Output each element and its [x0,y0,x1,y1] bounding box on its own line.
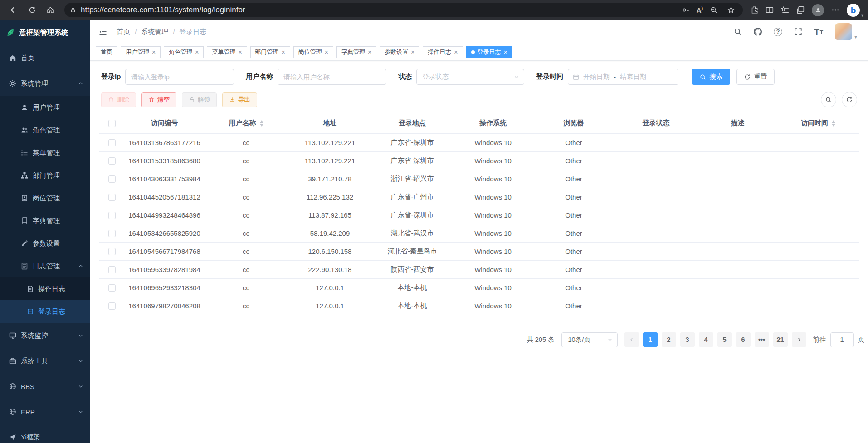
date-range-picker[interactable]: 开始日期 - 结束日期 [568,69,678,85]
prev-page-button[interactable] [624,332,639,347]
fullscreen-icon[interactable] [794,28,802,36]
status-select[interactable]: 登录状态 [416,69,524,85]
favorites-hub-icon[interactable] [781,6,789,14]
site-info-lock-icon[interactable] [70,7,76,13]
table-row[interactable]: 1641059633978281984 cc 222.90.130.18 陕西省… [99,260,859,278]
breadcrumb-system[interactable]: 系统管理 [141,28,168,36]
split-screen-icon[interactable] [766,6,774,14]
tab-user-mgmt[interactable]: 用户管理× [121,46,161,58]
table-row[interactable]: 1641031367863177216 cc 113.102.129.221 广… [99,133,859,151]
table-row[interactable]: 1641069798270046208 cc 127.0.0.1 本地-本机 W… [99,297,859,315]
sidebar-item-param-settings[interactable]: 参数设置 [0,232,90,255]
read-aloud-icon[interactable]: A) [697,6,703,14]
sidebar-item-post-mgmt[interactable]: 岗位管理 [0,187,90,209]
app-logo[interactable]: 意框架管理系统 [0,20,90,45]
row-checkbox[interactable] [108,248,116,255]
sidebar-item-operation-log[interactable]: 操作日志 [0,277,90,300]
collections-icon[interactable] [796,6,805,14]
tab-param-settings[interactable]: 参数设置× [380,46,419,58]
reset-button[interactable]: 重置 [736,69,775,85]
export-button[interactable]: 导出 [222,92,257,107]
row-checkbox[interactable] [108,157,116,165]
page-size-select[interactable]: 10条/页 [561,332,618,347]
github-icon[interactable] [754,28,762,36]
tab-menu-mgmt[interactable]: 菜单管理× [207,46,247,58]
tab-login-log[interactable]: 登录日志× [466,46,512,58]
page-button-3[interactable]: 3 [680,332,695,347]
next-page-button[interactable] [792,332,806,347]
browser-home-button[interactable] [42,2,59,18]
refresh-table-button[interactable] [842,92,857,107]
sidebar-item-monitor[interactable]: 系统监控 [0,323,90,348]
tab-close-icon[interactable]: × [325,49,328,55]
unlock-button[interactable]: 解锁 [182,92,217,107]
login-ip-input[interactable] [125,69,234,85]
page-button-4[interactable]: 4 [699,332,713,347]
sidebar-item-yi-framework[interactable]: Yi框架 [0,424,90,443]
page-button-2[interactable]: 2 [662,332,676,347]
sidebar-item-erp[interactable]: ERP [0,399,90,424]
more-pages-button[interactable]: ••• [755,332,769,347]
sidebar-item-dict-mgmt[interactable]: 字典管理 [0,209,90,232]
tab-close-icon[interactable]: × [454,49,458,55]
clear-button[interactable]: 清空 [141,92,176,107]
browser-more-icon[interactable] [831,6,839,14]
sidebar-item-tools[interactable]: 系统工具 [0,348,90,374]
tab-operation-log[interactable]: 操作日志× [423,46,463,58]
page-button-1[interactable]: 1 [643,332,658,347]
sidebar-item-login-log[interactable]: 登录日志 [0,300,90,323]
page-button-5[interactable]: 5 [717,332,732,347]
page-button-21[interactable]: 21 [773,332,788,347]
row-checkbox[interactable] [108,194,116,201]
tab-close-icon[interactable]: × [152,49,156,55]
browser-back-button[interactable] [5,2,23,18]
row-checkbox[interactable] [108,302,116,310]
browser-profile-avatar[interactable] [812,4,824,16]
sidebar-item-menu-mgmt[interactable]: 菜单管理 [0,141,90,164]
sidebar-item-bbs[interactable]: BBS [0,374,90,399]
row-checkbox[interactable] [108,284,116,292]
zoom-out-icon[interactable] [707,4,720,16]
table-row[interactable]: 1641031533185863680 cc 113.102.129.221 广… [99,151,859,170]
password-key-icon[interactable] [679,4,692,16]
table-row[interactable]: 1641053426655825920 cc 58.19.42.209 湖北省-… [99,224,859,242]
search-button[interactable]: 搜索 [692,69,730,85]
table-row[interactable]: 1641044520567181312 cc 112.96.225.132 广东… [99,188,859,206]
url-text[interactable]: https://ccnetcore.com:1101/system/log/lo… [81,5,675,15]
tab-close-icon[interactable]: × [238,49,242,55]
tab-post-mgmt[interactable]: 岗位管理× [293,46,333,58]
sidebar-item-system[interactable]: 系统管理 [0,71,90,96]
tab-home[interactable]: 首页 [96,46,117,58]
font-size-icon[interactable]: TT [814,28,823,36]
user-menu[interactable]: ▼ [835,23,858,40]
table-row[interactable]: 1641043063331753984 cc 39.171.210.78 浙江省… [99,170,859,188]
table-row[interactable]: 1641044993248464896 cc 113.87.92.165 广东省… [99,206,859,224]
row-checkbox[interactable] [108,212,116,219]
page-button-6[interactable]: 6 [736,332,751,347]
tab-close-icon[interactable]: × [282,49,285,55]
user-name-input[interactable] [278,69,386,85]
collapse-sidebar-icon[interactable] [97,25,109,38]
sort-icon[interactable] [832,120,835,127]
extensions-icon[interactable] [750,6,758,14]
sidebar-item-home[interactable]: 首页 [0,45,90,71]
sidebar-item-user-mgmt[interactable]: 用户管理 [0,96,90,119]
row-checkbox[interactable] [108,175,116,183]
bing-copilot-icon[interactable]: b ▼ [847,4,860,17]
select-all-checkbox[interactable] [108,120,116,127]
breadcrumb-home[interactable]: 首页 [117,28,130,36]
browser-refresh-button[interactable] [24,2,41,18]
help-icon[interactable]: ? [774,28,782,36]
tab-role-mgmt[interactable]: 角色管理× [164,46,204,58]
sidebar-item-dept-mgmt[interactable]: 部门管理 [0,164,90,187]
table-row[interactable]: 1641069652933218304 cc 127.0.0.1 本地-本机 W… [99,278,859,297]
tab-close-icon[interactable]: × [504,49,507,55]
tab-dict-mgmt[interactable]: 字典管理× [336,46,376,58]
tab-close-icon[interactable]: × [195,49,199,55]
delete-button[interactable]: 删除 [101,92,136,107]
search-icon[interactable] [734,28,742,36]
show-search-toggle-button[interactable] [821,92,836,107]
tab-close-icon[interactable]: × [411,49,414,55]
row-checkbox[interactable] [108,266,116,273]
sidebar-item-role-mgmt[interactable]: 角色管理 [0,119,90,141]
